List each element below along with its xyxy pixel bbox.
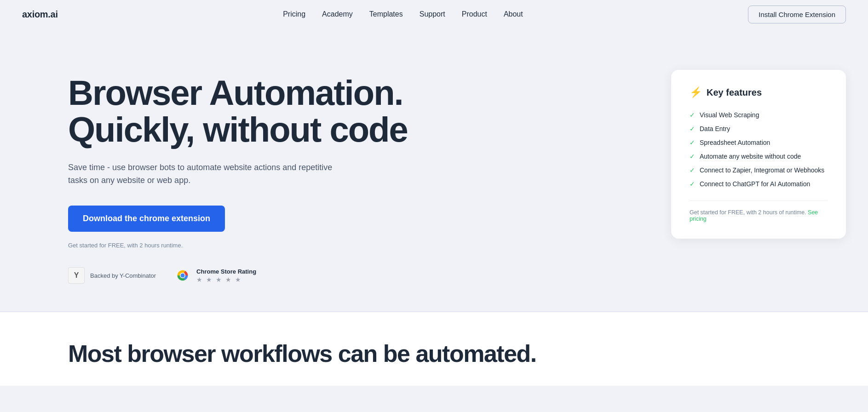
nav-item-academy[interactable]: Academy: [322, 10, 353, 18]
hero-subtitle: Save time - use browser bots to automate…: [68, 161, 344, 188]
chrome-store-badge: Chrome Store Rating ★ ★ ★ ★ ★: [174, 267, 256, 284]
nav-item-pricing[interactable]: Pricing: [283, 10, 305, 18]
bottom-title: Most browser workflows can be automated.: [68, 340, 800, 367]
features-card-title: Key features: [707, 87, 762, 98]
nav-item-support[interactable]: Support: [420, 10, 445, 18]
brand-logo[interactable]: axiom.ai: [22, 9, 58, 20]
features-footer-text: Get started for FREE, with 2 hours of ru…: [690, 209, 806, 216]
yc-logo: Y: [68, 267, 85, 284]
feature-label-3: Automate any website without code: [700, 153, 801, 160]
check-icon-3: ✓: [690, 153, 695, 160]
feature-item-2: ✓ Spreadsheet Automation: [690, 139, 828, 146]
navbar: axiom.ai Pricing Academy Templates Suppo…: [0, 0, 868, 29]
badges-row: Y Backed by Y-Combinator: [68, 267, 445, 284]
hero-title-line1: Browser Automation.: [68, 73, 403, 112]
chrome-badge-info: Chrome Store Rating ★ ★ ★ ★ ★: [196, 268, 256, 283]
check-icon-2: ✓: [690, 139, 695, 146]
feature-item-4: ✓ Connect to Zapier, Integromat or Webho…: [690, 166, 828, 174]
install-extension-button[interactable]: Install Chrome Extension: [748, 6, 846, 23]
nav-links: Pricing Academy Templates Support Produc…: [283, 10, 523, 18]
nav-item-about[interactable]: About: [504, 10, 523, 18]
feature-item-5: ✓ Connect to ChatGPT for AI Automation: [690, 180, 828, 188]
feature-label-4: Connect to Zapier, Integromat or Webhook…: [700, 166, 824, 174]
hero-content: Browser Automation. Quickly, without cod…: [68, 65, 445, 284]
check-icon-5: ✓: [690, 180, 695, 188]
nav-item-product[interactable]: Product: [462, 10, 487, 18]
cta-note: Get started for FREE, with 2 hours runti…: [68, 242, 445, 249]
nav-item-templates[interactable]: Templates: [369, 10, 403, 18]
svg-point-3: [181, 274, 185, 278]
chrome-store-title: Chrome Store Rating: [196, 268, 256, 275]
chrome-logo-icon: [174, 267, 191, 284]
check-icon-4: ✓: [690, 166, 695, 174]
chrome-store-stars: ★ ★ ★ ★ ★: [196, 276, 256, 283]
hero-section: Browser Automation. Quickly, without cod…: [0, 29, 868, 311]
yc-label: Backed by Y-Combinator: [90, 272, 156, 279]
feature-item-3: ✓ Automate any website without code: [690, 153, 828, 160]
feature-label-0: Visual Web Scraping: [700, 111, 759, 119]
feature-label-1: Data Entry: [700, 125, 730, 132]
feature-item-0: ✓ Visual Web Scraping: [690, 111, 828, 119]
feature-label-5: Connect to ChatGPT for AI Automation: [700, 180, 810, 188]
check-icon-1: ✓: [690, 125, 695, 132]
hero-title-line2: Quickly, without code: [68, 110, 408, 149]
features-card: ⚡ Key features ✓ Visual Web Scraping ✓ D…: [671, 70, 846, 239]
features-footer: Get started for FREE, with 2 hours of ru…: [690, 200, 828, 222]
feature-item-1: ✓ Data Entry: [690, 125, 828, 132]
bottom-section: Most browser workflows can be automated.: [0, 312, 868, 386]
lightning-icon: ⚡: [690, 86, 702, 98]
yc-badge: Y Backed by Y-Combinator: [68, 267, 156, 284]
features-card-header: ⚡ Key features: [690, 86, 828, 98]
hero-title: Browser Automation. Quickly, without cod…: [68, 74, 445, 148]
download-extension-button[interactable]: Download the chrome extension: [68, 206, 225, 232]
features-list: ✓ Visual Web Scraping ✓ Data Entry ✓ Spr…: [690, 111, 828, 188]
feature-label-2: Spreadsheet Automation: [700, 139, 770, 146]
check-icon-0: ✓: [690, 111, 695, 119]
